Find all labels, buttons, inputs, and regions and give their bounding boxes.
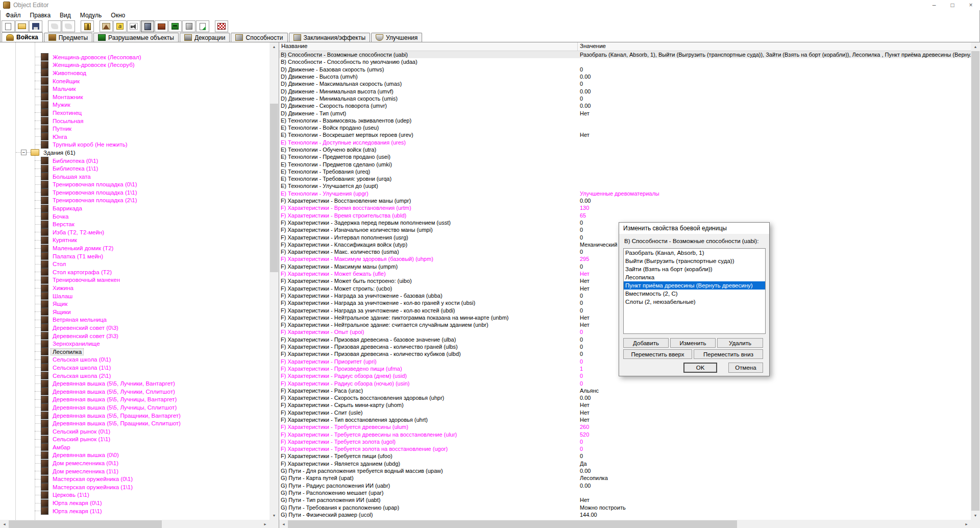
D) Движение - Минимальная высота (umvf)[interactable]: D) Движение - Минимальная высота (umvf) … [279, 87, 971, 94]
menu-module[interactable]: Модуль [76, 11, 107, 19]
tab-upgrades[interactable]: Улучшения [371, 33, 422, 42]
F) Характеристики - Является зданием (ubdg)[interactable]: F) Характеристики - Является зданием (ub… [279, 460, 971, 467]
tree-item[interactable]: − Юрта лекаря (0\1) [0, 499, 270, 507]
ability-list-item[interactable]: Зайти (Взять на борт (корабли)) [624, 265, 765, 273]
cancel-button[interactable]: Отмена [728, 363, 763, 373]
tree-item[interactable]: − Посыльная [0, 117, 270, 125]
tree-item[interactable]: − Деревянная вышка (5\5, Лучники, Сплитш… [0, 388, 270, 396]
menu-file[interactable]: Файл [1, 11, 26, 19]
tree-item[interactable]: − Деревенский совет (3\3) [0, 332, 270, 340]
E) Технологии - Улучшения (upgr)[interactable]: E) Технологии - Улучшения (upgr) Улучшен… [279, 190, 971, 197]
F) Характеристики - Время строительства (ubld)[interactable]: F) Характеристики - Время строительства … [279, 212, 971, 219]
tree-item[interactable]: − Монтажник [0, 93, 270, 101]
object-editor-button[interactable] [141, 20, 154, 32]
F) Характеристики - Требуется золота (ugol)[interactable]: F) Характеристики - Требуется золота (ug… [279, 438, 971, 445]
F) Характеристики - Радиус обзора (ночью) (usin)[interactable]: F) Характеристики - Радиус обзора (ночью… [279, 379, 971, 387]
F) Характеристики - Скрыть мини-карту (uhom)[interactable]: F) Характеристики - Скрыть мини-карту (u… [279, 401, 971, 409]
tree-item[interactable]: − Библиотека (0\1) [0, 157, 270, 165]
tree-item[interactable]: − Сельская школа (1\1) [0, 364, 270, 372]
tree-item[interactable]: − Деревянная вышка (5\5, Пращники, Сплит… [0, 419, 270, 427]
tree-item[interactable]: − Бочка [0, 212, 270, 221]
tree-vertical-scrollbar[interactable]: ▲ ▼ [270, 42, 279, 520]
tree-item[interactable]: − Деревянная вышка (5\5, Лучницы, Сплитш… [0, 403, 270, 412]
tree-item[interactable]: − Копейщик [0, 77, 270, 85]
scroll-up-icon[interactable]: ▲ [270, 42, 279, 51]
minimize-button[interactable]: – [925, 0, 943, 10]
tree-item[interactable]: − Изба (Т2, Т2-мейн) [0, 228, 270, 236]
tree-hscrollbar-thumb[interactable] [9, 520, 162, 528]
D) Движение - Тип (umvt)[interactable]: D) Движение - Тип (umvt) Нет [279, 109, 971, 116]
new-map-button[interactable] [2, 20, 15, 32]
G) Пути - Расположению мешает (upar)[interactable]: G) Пути - Расположению мешает (upar) [279, 489, 971, 496]
tree-item[interactable]: − Сельский рынок (0\1) [0, 427, 270, 436]
object-manager-button[interactable] [182, 20, 195, 32]
tree-item[interactable]: − Баррикада [0, 204, 270, 212]
scroll-left-icon[interactable]: ◄ [279, 520, 288, 528]
tree-item[interactable]: − Хижина [0, 284, 270, 292]
F) Характеристики - Требуется золота на восстановление (ugor)[interactable]: F) Характеристики - Требуется золота на … [279, 445, 971, 452]
tree-item[interactable]: − Шалаш [0, 292, 270, 300]
B) Способности - Способность по умолчанию (udaa)[interactable]: B) Способности - Способность по умолчани… [279, 58, 971, 65]
add-button[interactable]: Добавить [623, 338, 669, 348]
E) Технологии - Обучено войск (utra)[interactable]: E) Технологии - Обучено войск (utra) [279, 146, 971, 153]
D) Движение - Базовая скорость (umvs)[interactable]: D) Движение - Базовая скорость (umvs) 0 [279, 66, 971, 73]
ability-list-item[interactable]: Разобрать (Канал, Absorb, 1) [624, 249, 765, 257]
test-map-button[interactable] [215, 20, 228, 32]
collapse-expander-icon[interactable]: − [21, 150, 27, 155]
ability-list-item[interactable]: Лесопилка [624, 273, 765, 281]
tab-items[interactable]: Предметы [44, 33, 92, 42]
table-hscrollbar-thumb[interactable] [288, 520, 737, 528]
tab-abilities[interactable]: Способности [231, 33, 287, 42]
menu-window[interactable]: Окно [106, 11, 130, 19]
tree-item[interactable]: − Стол картографа (Т2) [0, 268, 270, 276]
tree-item[interactable]: − Трупный короб (Не нежить) [0, 141, 270, 149]
close-button[interactable]: × [962, 0, 980, 10]
tree-item[interactable]: − Мастерская оружейника (1\1) [0, 483, 270, 491]
delete-button[interactable]: Удалить [717, 338, 763, 348]
E) Технологии - Воскрешает мертвых героев (urev)[interactable]: E) Технологии - Воскрешает мертвых герое… [279, 131, 971, 138]
table-scrollbar-thumb[interactable] [971, 51, 979, 511]
F) Характеристики - Восстановление маны (umpr)[interactable]: F) Характеристики - Восстановление маны … [279, 197, 971, 204]
tree-item[interactable]: − Тренировочная площадка (0\1) [0, 181, 270, 189]
F) Характеристики - Требуется пищи (ufoo)[interactable]: F) Характеристики - Требуется пищи (ufoo… [279, 452, 971, 460]
G) Пути - Радиус расположения ИИ (uabr)[interactable]: G) Пути - Радиус расположения ИИ (uabr) … [279, 482, 971, 489]
E) Технологии - Доступные исследования (ures)[interactable]: E) Технологии - Доступные исследования (… [279, 139, 971, 146]
tab-doodads[interactable]: Декорации [180, 33, 230, 42]
D) Движение - Максимальная скорость (umas)[interactable]: D) Движение - Максимальная скорость (uma… [279, 80, 971, 87]
G) Пути - Для расположения требуется водный массив (upaw)[interactable]: G) Пути - Для расположения требуется вод… [279, 467, 971, 474]
move-down-button[interactable]: Переместить вниз [694, 349, 763, 359]
tree-item[interactable]: − Тренировочная площадка (2\1) [0, 197, 270, 205]
G) Пути - Физический размер (ucol)[interactable]: G) Пути - Физический размер (ucol) 144.0… [279, 511, 971, 518]
F) Характеристики - Раса (urac)[interactable]: F) Характеристики - Раса (urac) Альянс [279, 387, 971, 394]
undo-button[interactable] [48, 20, 61, 32]
tree-item[interactable]: − Курятник [0, 236, 270, 245]
tab-destructibles[interactable]: Разрушаемые объекты [93, 33, 179, 42]
D) Движение - Скорость поворота (umvr)[interactable]: D) Движение - Скорость поворота (umvr) 0… [279, 102, 971, 109]
scroll-down-icon[interactable]: ▼ [971, 511, 980, 520]
trigger-editor-button[interactable] [113, 20, 127, 32]
tree-item[interactable]: − Мальчик [0, 85, 270, 93]
E) Технологии - Предметов сделано (umki)[interactable]: E) Технологии - Предметов сделано (umki) [279, 160, 971, 167]
tree-item[interactable]: − Дом ремесленника (1\1) [0, 467, 270, 475]
tree-item[interactable]: − Сельская школа (2\1) [0, 372, 270, 380]
tree-item[interactable]: − Большая хата [0, 173, 270, 181]
menu-view[interactable]: Вид [55, 11, 76, 19]
tree-item[interactable]: − Тренировочная площадка (1\1) [0, 188, 270, 197]
maximize-button[interactable]: □ [943, 0, 962, 10]
G) Пути - Требования к расположению (upap)[interactable]: G) Пути - Требования к расположению (upa… [279, 503, 971, 511]
tab-units[interactable]: Войска [2, 32, 43, 42]
F) Характеристики - Время восстановления (urtm)[interactable]: F) Характеристики - Время восстановления… [279, 204, 971, 211]
tree-item[interactable]: − Женщина-дровосек (Лесоруб) [0, 61, 270, 69]
tree-item[interactable]: − Деревянная вышка (5\5, Лучницы, Вантар… [0, 396, 270, 404]
move-up-button[interactable]: Переместить вверх [623, 349, 692, 359]
tree-item[interactable]: − Стол [0, 260, 270, 268]
tree-item[interactable]: − Лесопилка [0, 348, 270, 356]
ok-button[interactable]: OK [683, 363, 717, 373]
F) Характеристики - Тип восстановления здоровья (uhrt)[interactable]: F) Характеристики - Тип восстановления з… [279, 416, 971, 423]
tree-horizontal-scrollbar[interactable]: ◄ ► [0, 520, 270, 528]
ability-list-item[interactable]: Вместимость (2, С) [624, 290, 765, 298]
tree-item[interactable]: − Ящик [0, 300, 270, 308]
D) Движение - Высота (umvh)[interactable]: D) Движение - Высота (umvh) 0.00 [279, 73, 971, 80]
tree-item[interactable]: − Палатка (Т1 мейн) [0, 252, 270, 260]
scroll-down-icon[interactable]: ▼ [270, 511, 279, 520]
